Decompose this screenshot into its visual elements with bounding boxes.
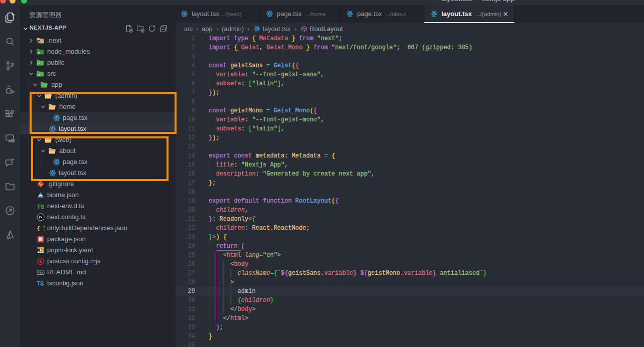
svg-text:{ }: { } xyxy=(37,226,45,232)
svg-text:TS: TS xyxy=(37,204,44,210)
